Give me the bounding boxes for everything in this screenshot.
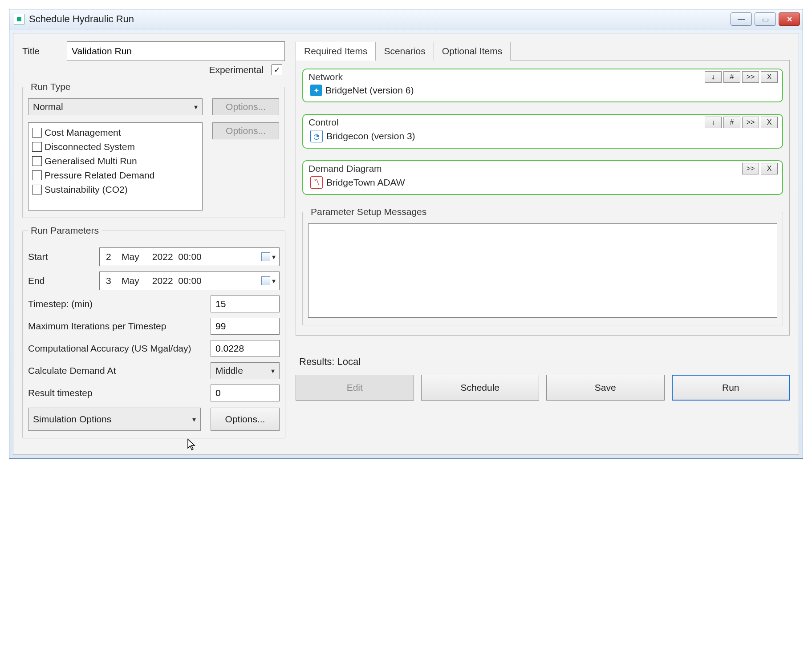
check-label: Disconnected System: [45, 140, 135, 154]
start-value: 2 May 2022 00:00: [106, 251, 202, 262]
maxiter-label: Maximum Iterations per Timestep: [28, 321, 202, 332]
demand-value: BridgeTown ADAW: [326, 177, 405, 188]
tab-scenarios[interactable]: Scenarios: [375, 42, 434, 61]
edit-button[interactable]: Edit: [296, 375, 414, 401]
title-input[interactable]: [67, 41, 285, 61]
experimental-label: Experimental: [209, 65, 264, 75]
demand-next-button[interactable]: >>: [742, 163, 759, 174]
tab-required-items[interactable]: Required Items: [296, 42, 376, 61]
run-type-value: Normal: [33, 101, 63, 112]
check-cost-management[interactable]: [32, 128, 42, 138]
tab-panel-required: Network ↓ # >> X ✦ BridgeNet (version 6): [296, 61, 790, 336]
results-label: Results: Local: [299, 356, 790, 368]
simulation-options-select[interactable]: Simulation Options ▾: [28, 408, 201, 431]
calc-demand-label: Calculate Demand At: [28, 365, 202, 376]
run-type-group: Run Type Normal ▾ Options... Cost Manage…: [22, 81, 285, 218]
control-icon: ◔: [310, 130, 323, 142]
required-item-demand-diagram: Demand Diagram >> X 〽 BridgeTown ADAW: [302, 160, 783, 195]
run-type-legend: Run Type: [28, 81, 73, 92]
control-title: Control: [309, 117, 339, 128]
demand-clear-button[interactable]: X: [761, 163, 778, 174]
check-pressure-related-demand[interactable]: [32, 170, 42, 180]
dialog-window: Schedule Hydraulic Run — ▭ ✕ Title Exper…: [9, 9, 803, 459]
chevron-down-icon: ▾: [272, 253, 276, 261]
end-value: 3 May 2022 00:00: [106, 275, 202, 286]
run-button[interactable]: Run: [672, 375, 790, 401]
parameter-messages-box: [308, 223, 777, 318]
tab-optional-items[interactable]: Optional Items: [434, 42, 511, 61]
maximize-button[interactable]: ▭: [755, 12, 776, 26]
client-area: Title Experimental ✓ Run Type Normal ▾ O…: [13, 33, 799, 455]
check-label: Pressure Related Demand: [45, 168, 154, 182]
experimental-checkbox[interactable]: ✓: [272, 65, 282, 75]
results-panel: Results: Local Edit Schedule Save Run: [296, 356, 790, 401]
network-value: BridgeNet (version 6): [325, 85, 414, 96]
check-label: Sustainability (CO2): [45, 182, 128, 197]
check-sustainability-co2[interactable]: [32, 185, 42, 194]
chevron-down-icon: ▾: [271, 367, 275, 375]
window-title: Schedule Hydraulic Run: [29, 13, 134, 25]
tabs: Required Items Scenarios Optional Items: [296, 41, 790, 61]
titlebar: Schedule Hydraulic Run — ▭ ✕: [9, 9, 803, 29]
parameter-messages-legend: Parameter Setup Messages: [308, 207, 429, 217]
control-value: Bridgecon (version 3): [326, 131, 415, 142]
network-down-button[interactable]: ↓: [705, 71, 722, 83]
demand-icon: 〽: [310, 176, 323, 189]
parameter-messages-group: Parameter Setup Messages: [302, 207, 783, 325]
timestep-label: Timestep: (min): [28, 299, 202, 309]
close-button[interactable]: ✕: [779, 12, 800, 26]
timestep-input[interactable]: [211, 296, 280, 312]
start-datetime-picker[interactable]: 2 May 2022 00:00 ▾: [99, 247, 280, 266]
save-button[interactable]: Save: [546, 375, 665, 401]
minimize-button[interactable]: —: [731, 12, 752, 26]
required-item-control: Control ↓ # >> X ◔ Bridgecon (version 3): [302, 114, 783, 149]
network-clear-button[interactable]: X: [761, 71, 778, 83]
calc-demand-value: Middle: [215, 365, 243, 376]
app-icon: [14, 14, 24, 24]
control-hash-button[interactable]: #: [723, 117, 740, 128]
calendar-icon: [261, 276, 270, 285]
run-type-options-button-2[interactable]: Options...: [212, 122, 279, 139]
calendar-icon: [261, 252, 270, 261]
accuracy-input[interactable]: [211, 340, 280, 357]
required-item-network: Network ↓ # >> X ✦ BridgeNet (version 6): [302, 69, 783, 102]
maxiter-input[interactable]: [211, 318, 280, 335]
run-type-checklist: Cost Management Disconnected System Gene…: [28, 122, 203, 211]
control-clear-button[interactable]: X: [761, 117, 778, 128]
result-timestep-label: Result timestep: [28, 388, 202, 398]
network-hash-button[interactable]: #: [723, 71, 740, 83]
check-disconnected-system[interactable]: [32, 142, 42, 152]
calc-demand-select[interactable]: Middle ▾: [211, 362, 280, 379]
check-label: Generalised Multi Run: [45, 154, 137, 168]
result-timestep-input[interactable]: [211, 385, 280, 401]
run-type-select[interactable]: Normal ▾: [28, 98, 203, 115]
chevron-down-icon: ▾: [272, 277, 276, 285]
simulation-options-value: Simulation Options: [33, 414, 111, 425]
accuracy-label: Computational Accuracy (US Mgal/day): [28, 343, 202, 354]
chevron-down-icon: ▾: [194, 103, 198, 111]
run-parameters-legend: Run Parameters: [28, 225, 102, 236]
control-next-button[interactable]: >>: [742, 117, 759, 128]
network-icon: ✦: [310, 85, 322, 96]
demand-title: Demand Diagram: [309, 163, 382, 174]
network-title: Network: [309, 72, 343, 82]
start-label: Start: [28, 251, 90, 262]
title-label: Title: [22, 46, 53, 57]
run-parameters-group: Run Parameters Start 2 May 2022 00:00 ▾ …: [22, 225, 285, 438]
check-label: Cost Management: [45, 126, 121, 140]
check-generalised-multi-run[interactable]: [32, 156, 42, 166]
schedule-button[interactable]: Schedule: [421, 375, 540, 401]
run-type-options-button-1[interactable]: Options...: [212, 98, 279, 115]
network-next-button[interactable]: >>: [742, 71, 759, 83]
simulation-options-button[interactable]: Options...: [211, 408, 280, 431]
cursor-icon: [187, 438, 196, 451]
control-down-button[interactable]: ↓: [705, 117, 722, 128]
end-label: End: [28, 275, 90, 286]
end-datetime-picker[interactable]: 3 May 2022 00:00 ▾: [99, 271, 280, 290]
chevron-down-icon: ▾: [192, 415, 196, 424]
